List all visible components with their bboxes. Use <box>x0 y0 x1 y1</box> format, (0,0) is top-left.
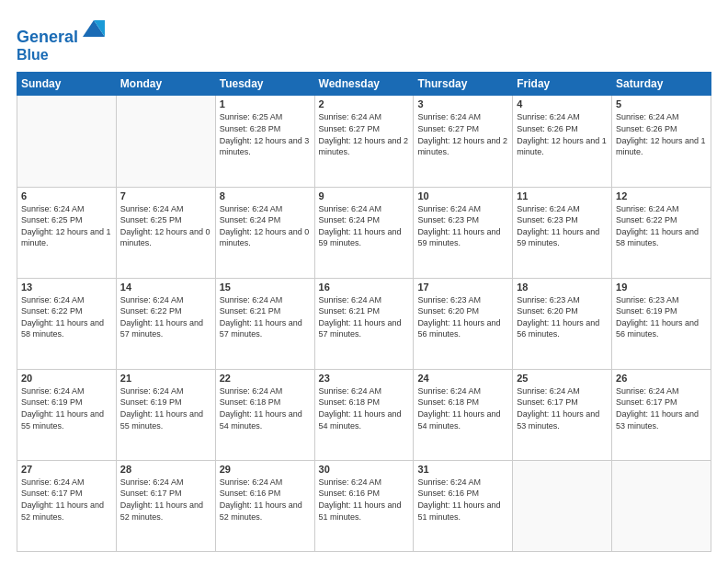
calendar-week-1: 1Sunrise: 6:25 AM Sunset: 6:28 PM Daylig… <box>17 96 711 187</box>
day-info: Sunrise: 6:24 AM Sunset: 6:17 PM Dayligh… <box>517 385 608 431</box>
day-number: 27 <box>21 464 112 475</box>
weekday-header-tuesday: Tuesday <box>215 73 314 96</box>
logo: General Blue <box>17 17 107 63</box>
calendar-cell <box>116 96 215 187</box>
calendar-cell <box>17 96 117 187</box>
calendar-cell: 24Sunrise: 6:24 AM Sunset: 6:18 PM Dayli… <box>414 369 513 460</box>
day-info: Sunrise: 6:24 AM Sunset: 6:24 PM Dayligh… <box>220 203 311 249</box>
day-number: 10 <box>417 190 508 201</box>
calendar-cell: 8Sunrise: 6:24 AM Sunset: 6:24 PM Daylig… <box>215 187 314 278</box>
calendar-cell: 22Sunrise: 6:24 AM Sunset: 6:18 PM Dayli… <box>215 369 314 460</box>
day-number: 11 <box>517 190 608 201</box>
day-number: 6 <box>21 190 112 201</box>
day-info: Sunrise: 6:24 AM Sunset: 6:22 PM Dayligh… <box>120 294 211 340</box>
calendar-cell: 30Sunrise: 6:24 AM Sunset: 6:16 PM Dayli… <box>314 460 414 551</box>
day-info: Sunrise: 6:25 AM Sunset: 6:28 PM Dayligh… <box>220 111 311 157</box>
day-info: Sunrise: 6:23 AM Sunset: 6:20 PM Dayligh… <box>517 294 608 340</box>
day-info: Sunrise: 6:24 AM Sunset: 6:17 PM Dayligh… <box>21 477 112 523</box>
day-number: 17 <box>417 282 508 293</box>
day-info: Sunrise: 6:24 AM Sunset: 6:17 PM Dayligh… <box>616 385 707 431</box>
day-info: Sunrise: 6:23 AM Sunset: 6:19 PM Dayligh… <box>616 294 707 340</box>
day-info: Sunrise: 6:24 AM Sunset: 6:27 PM Dayligh… <box>417 111 508 157</box>
calendar-cell: 13Sunrise: 6:24 AM Sunset: 6:22 PM Dayli… <box>17 278 117 369</box>
day-number: 4 <box>517 98 608 109</box>
calendar-cell <box>513 460 612 551</box>
weekday-header-saturday: Saturday <box>612 73 711 96</box>
calendar-cell: 1Sunrise: 6:25 AM Sunset: 6:28 PM Daylig… <box>215 96 314 187</box>
calendar-table: SundayMondayTuesdayWednesdayThursdayFrid… <box>17 72 711 552</box>
weekday-header-thursday: Thursday <box>414 73 513 96</box>
logo-text: General <box>17 17 107 47</box>
calendar-cell: 27Sunrise: 6:24 AM Sunset: 6:17 PM Dayli… <box>17 460 117 551</box>
day-info: Sunrise: 6:24 AM Sunset: 6:19 PM Dayligh… <box>120 385 211 431</box>
day-number: 26 <box>616 373 707 384</box>
day-info: Sunrise: 6:24 AM Sunset: 6:21 PM Dayligh… <box>319 294 410 340</box>
calendar-cell: 31Sunrise: 6:24 AM Sunset: 6:16 PM Dayli… <box>414 460 513 551</box>
calendar-cell: 12Sunrise: 6:24 AM Sunset: 6:22 PM Dayli… <box>612 187 711 278</box>
page: General Blue SundayMondayTuesdayWednesda… <box>0 0 728 563</box>
day-number: 12 <box>616 190 707 201</box>
day-number: 20 <box>21 373 112 384</box>
calendar-cell: 10Sunrise: 6:24 AM Sunset: 6:23 PM Dayli… <box>414 187 513 278</box>
calendar-cell: 21Sunrise: 6:24 AM Sunset: 6:19 PM Dayli… <box>116 369 215 460</box>
calendar-cell: 3Sunrise: 6:24 AM Sunset: 6:27 PM Daylig… <box>414 96 513 187</box>
day-info: Sunrise: 6:24 AM Sunset: 6:19 PM Dayligh… <box>21 385 112 431</box>
day-info: Sunrise: 6:24 AM Sunset: 6:18 PM Dayligh… <box>220 385 311 431</box>
day-info: Sunrise: 6:24 AM Sunset: 6:26 PM Dayligh… <box>616 111 707 157</box>
day-number: 5 <box>616 98 707 109</box>
calendar-cell: 28Sunrise: 6:24 AM Sunset: 6:17 PM Dayli… <box>116 460 215 551</box>
day-info: Sunrise: 6:24 AM Sunset: 6:23 PM Dayligh… <box>517 203 608 249</box>
day-number: 28 <box>120 464 211 475</box>
day-info: Sunrise: 6:24 AM Sunset: 6:16 PM Dayligh… <box>220 477 311 523</box>
day-info: Sunrise: 6:24 AM Sunset: 6:23 PM Dayligh… <box>417 203 508 249</box>
calendar-cell: 6Sunrise: 6:24 AM Sunset: 6:25 PM Daylig… <box>17 187 117 278</box>
calendar-cell: 20Sunrise: 6:24 AM Sunset: 6:19 PM Dayli… <box>17 369 117 460</box>
calendar-cell: 2Sunrise: 6:24 AM Sunset: 6:27 PM Daylig… <box>314 96 414 187</box>
day-number: 8 <box>220 190 311 201</box>
header: General Blue <box>17 17 711 63</box>
day-info: Sunrise: 6:24 AM Sunset: 6:21 PM Dayligh… <box>220 294 311 340</box>
calendar-week-4: 20Sunrise: 6:24 AM Sunset: 6:19 PM Dayli… <box>17 369 711 460</box>
calendar-cell: 14Sunrise: 6:24 AM Sunset: 6:22 PM Dayli… <box>116 278 215 369</box>
day-number: 14 <box>120 282 211 293</box>
calendar-week-3: 13Sunrise: 6:24 AM Sunset: 6:22 PM Dayli… <box>17 278 711 369</box>
day-info: Sunrise: 6:24 AM Sunset: 6:22 PM Dayligh… <box>616 203 707 249</box>
calendar-cell: 23Sunrise: 6:24 AM Sunset: 6:18 PM Dayli… <box>314 369 414 460</box>
day-number: 1 <box>220 98 311 109</box>
day-info: Sunrise: 6:24 AM Sunset: 6:18 PM Dayligh… <box>319 385 410 431</box>
calendar-cell: 11Sunrise: 6:24 AM Sunset: 6:23 PM Dayli… <box>513 187 612 278</box>
day-number: 7 <box>120 190 211 201</box>
calendar-cell: 5Sunrise: 6:24 AM Sunset: 6:26 PM Daylig… <box>612 96 711 187</box>
calendar-cell <box>612 460 711 551</box>
day-info: Sunrise: 6:23 AM Sunset: 6:20 PM Dayligh… <box>417 294 508 340</box>
day-number: 29 <box>220 464 311 475</box>
day-number: 9 <box>319 190 410 201</box>
logo-general: General <box>17 28 78 46</box>
calendar-week-2: 6Sunrise: 6:24 AM Sunset: 6:25 PM Daylig… <box>17 187 711 278</box>
day-number: 2 <box>319 98 410 109</box>
day-number: 13 <box>21 282 112 293</box>
weekday-header-wednesday: Wednesday <box>314 73 414 96</box>
calendar-cell: 26Sunrise: 6:24 AM Sunset: 6:17 PM Dayli… <box>612 369 711 460</box>
day-number: 15 <box>220 282 311 293</box>
day-number: 30 <box>319 464 410 475</box>
day-info: Sunrise: 6:24 AM Sunset: 6:27 PM Dayligh… <box>319 111 410 157</box>
day-number: 3 <box>417 98 508 109</box>
day-number: 18 <box>517 282 608 293</box>
day-info: Sunrise: 6:24 AM Sunset: 6:24 PM Dayligh… <box>319 203 410 249</box>
day-number: 23 <box>319 373 410 384</box>
logo-blue: Blue <box>17 47 107 63</box>
day-number: 22 <box>220 373 311 384</box>
calendar-cell: 15Sunrise: 6:24 AM Sunset: 6:21 PM Dayli… <box>215 278 314 369</box>
day-info: Sunrise: 6:24 AM Sunset: 6:17 PM Dayligh… <box>120 477 211 523</box>
calendar-cell: 16Sunrise: 6:24 AM Sunset: 6:21 PM Dayli… <box>314 278 414 369</box>
calendar-cell: 25Sunrise: 6:24 AM Sunset: 6:17 PM Dayli… <box>513 369 612 460</box>
weekday-header-monday: Monday <box>116 73 215 96</box>
calendar-cell: 7Sunrise: 6:24 AM Sunset: 6:25 PM Daylig… <box>116 187 215 278</box>
day-number: 31 <box>417 464 508 475</box>
day-info: Sunrise: 6:24 AM Sunset: 6:16 PM Dayligh… <box>319 477 410 523</box>
calendar-cell: 29Sunrise: 6:24 AM Sunset: 6:16 PM Dayli… <box>215 460 314 551</box>
day-number: 25 <box>517 373 608 384</box>
day-info: Sunrise: 6:24 AM Sunset: 6:16 PM Dayligh… <box>417 477 508 523</box>
calendar-week-5: 27Sunrise: 6:24 AM Sunset: 6:17 PM Dayli… <box>17 460 711 551</box>
